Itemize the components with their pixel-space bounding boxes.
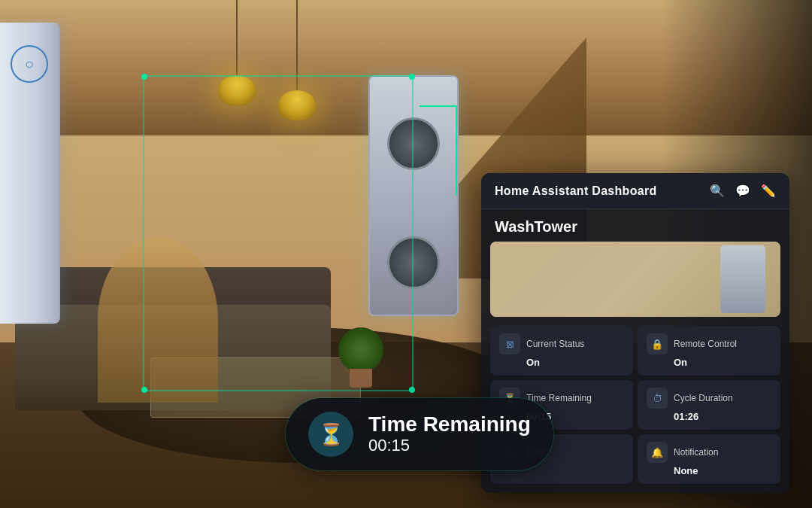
remote-control-label: Remote Control <box>674 339 737 349</box>
status-card-cycle-duration[interactable]: ⏱ Cycle Duration 01:26 <box>638 380 780 430</box>
plant-pot <box>350 369 372 388</box>
message-icon[interactable]: 💬 <box>735 184 750 198</box>
status-card-current-status[interactable]: ⊠ Current Status On <box>490 326 633 376</box>
connection-line <box>420 105 457 196</box>
current-status-value: On <box>526 357 624 368</box>
status-card-remote-control[interactable]: 🔒 Remote Control On <box>638 326 780 376</box>
status-card-notification[interactable]: 🔔 Notification None <box>638 434 780 484</box>
person-silhouette <box>98 237 218 403</box>
plant <box>338 327 383 388</box>
cycle-duration-value: 01:26 <box>674 411 771 422</box>
remote-control-value: On <box>674 357 771 368</box>
tooltip-text-area: Time Remaining 00:15 <box>368 413 531 456</box>
current-status-icon: ⊠ <box>499 333 520 354</box>
status-card-header-remote-control: 🔒 Remote Control <box>647 333 771 354</box>
device-title: WashTower <box>481 209 789 242</box>
product-thumbnail <box>720 245 765 313</box>
pendant-light-left <box>218 0 256 105</box>
search-icon[interactable]: 🔍 <box>710 184 725 198</box>
tooltip-label: Time Remaining <box>368 413 531 437</box>
pendant-shade-right <box>278 90 316 120</box>
status-card-header-notification: 🔔 Notification <box>647 442 771 463</box>
time-remaining-tooltip: ⏳ Time Remaining 00:15 <box>286 398 553 470</box>
product-image <box>490 242 780 317</box>
remote-control-icon: 🔒 <box>647 333 668 354</box>
dashboard-action-icons: 🔍 💬 ✏️ <box>710 184 776 198</box>
notification-value: None <box>674 465 771 476</box>
dashboard-header: Home Assistant Dashboard 🔍 💬 ✏️ <box>481 173 789 209</box>
status-card-header-cycle-duration: ⏱ Cycle Duration <box>647 388 771 409</box>
tooltip-value: 00:15 <box>368 436 531 455</box>
tooltip-icon-symbol: ⏳ <box>318 422 344 447</box>
plant-leaves <box>338 327 383 373</box>
cycle-duration-icon: ⏱ <box>647 388 668 409</box>
time-remaining-label: Time Remaining <box>526 393 592 403</box>
ac-unit: ○ <box>0 23 60 324</box>
status-card-header-current-status: ⊠ Current Status <box>499 333 624 354</box>
notification-label: Notification <box>674 447 718 458</box>
pendant-shade-left <box>218 75 256 105</box>
washtower-bottom <box>370 196 457 315</box>
edit-icon[interactable]: ✏️ <box>761 184 776 198</box>
pendant-light-right <box>278 0 316 120</box>
ac-circle: ○ <box>11 45 48 83</box>
tooltip-icon: ⏳ <box>308 412 353 457</box>
current-status-label: Current Status <box>526 339 584 349</box>
dashboard-title: Home Assistant Dashboard <box>495 184 657 198</box>
cycle-duration-label: Cycle Duration <box>674 393 733 403</box>
notification-icon: 🔔 <box>647 442 668 463</box>
dryer-drum <box>387 236 440 289</box>
